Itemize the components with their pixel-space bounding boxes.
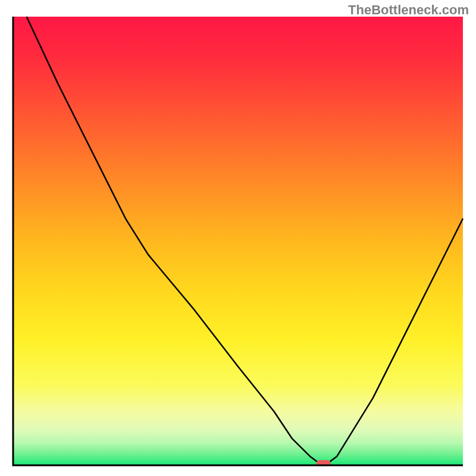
watermark-text: TheBottleneck.com [348, 2, 469, 18]
bottleneck-chart [0, 0, 476, 476]
gradient-background [13, 17, 463, 465]
chart-container: TheBottleneck.com [0, 0, 476, 476]
